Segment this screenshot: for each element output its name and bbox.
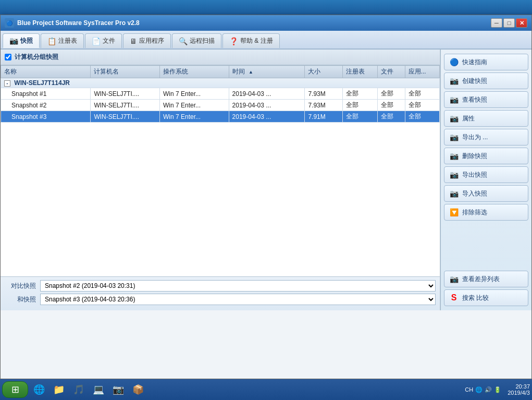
- close-button[interactable]: ✕: [516, 18, 527, 28]
- taskbar-ie-icon[interactable]: 🌐: [30, 381, 48, 398]
- group-checkbox-label: 计算机分组快照: [15, 53, 58, 62]
- view-snapshot-icon: 📷: [449, 94, 459, 105]
- table-row[interactable]: Snapshot #3 WIN-SELJ7TI.... Win 7 Enter.…: [1, 111, 440, 123]
- start-button[interactable]: ⊞: [2, 381, 28, 398]
- export-as-icon: 📷: [449, 132, 459, 142]
- filter-button[interactable]: 🔽 排除筛选: [444, 204, 528, 221]
- cell-apps: 全部: [405, 100, 439, 111]
- right-panel: 🔵 快速指南 📷 创建快照 📷 查看快照 📷 属性 📷 导出为 .: [440, 50, 531, 310]
- cell-size: 7.93M: [305, 100, 343, 111]
- snapshot-tab-label: 快照: [20, 37, 33, 45]
- taskbar-app-icon[interactable]: 📦: [129, 381, 147, 398]
- view-snapshot-button[interactable]: 📷 查看快照: [444, 91, 528, 108]
- col-header-name[interactable]: 名称: [1, 66, 91, 78]
- apps-tab-icon: 🖥: [130, 37, 137, 45]
- cell-time: 2019-04-03 ...: [229, 111, 305, 123]
- cell-name: Snapshot #2: [1, 100, 91, 111]
- cell-computer: WIN-SELJ7TI....: [91, 88, 160, 100]
- cell-name: Snapshot #3: [1, 111, 91, 123]
- taskbar-media-icon[interactable]: 🎵: [70, 381, 88, 398]
- cell-apps: 全部: [405, 111, 439, 123]
- help-tab-label: 帮助 & 注册: [240, 37, 273, 45]
- remote-tab-label: 远程扫描: [190, 37, 215, 45]
- apps-tab-label: 应用程序: [139, 37, 164, 45]
- tray-battery-icon: 🔋: [494, 386, 501, 393]
- filter-icon: 🔽: [449, 207, 459, 217]
- tab-help[interactable]: ❓ 帮助 & 注册: [222, 33, 280, 48]
- desktop-area: [0, 0, 532, 15]
- search-compare-icon: S: [449, 293, 459, 303]
- tray-network-icon: 🌐: [475, 386, 482, 393]
- clock-date: 2019/4/3: [508, 390, 530, 396]
- tab-registry[interactable]: 📋 注册表: [41, 33, 84, 48]
- snapshot-table-container: 名称 计算机名 操作系统 时间 ▲ 大小 注册表 文件 应用...: [1, 65, 440, 276]
- delete-snapshot-button[interactable]: 📷 删除快照: [444, 148, 528, 164]
- col-header-time[interactable]: 时间 ▲: [229, 66, 305, 78]
- view-diff-icon: 📷: [449, 274, 459, 284]
- search-compare-button[interactable]: S 搜索 比较: [444, 289, 528, 306]
- col-header-apps[interactable]: 应用...: [405, 66, 439, 78]
- taskbar-windows-icon[interactable]: 💻: [90, 381, 107, 398]
- col-header-size[interactable]: 大小: [305, 66, 343, 78]
- snapshot-tab-icon: 📷: [9, 37, 18, 45]
- cell-os: Win 7 Enter...: [159, 111, 229, 123]
- system-clock[interactable]: 20:37 2019/4/3: [508, 383, 530, 396]
- with-select[interactable]: Snapshot #3 (2019-04-03 20:36): [40, 294, 436, 305]
- table-row[interactable]: Snapshot #2 WIN-SELJ7TI.... Win 7 Enter.…: [1, 100, 440, 111]
- tab-remote[interactable]: 🔍 远程扫描: [172, 33, 221, 48]
- left-panel: 计算机分组快照 名称 计算机名 操作系统 时间 ▲: [1, 50, 440, 310]
- create-snapshot-button[interactable]: 📷 创建快照: [444, 72, 528, 89]
- table-row[interactable]: Snapshot #1 WIN-SELJ7TI.... Win 7 Enter.…: [1, 88, 440, 100]
- cell-time: 2019-04-03 ...: [229, 100, 305, 111]
- taskbar-folder-icon[interactable]: 📁: [50, 381, 68, 398]
- delete-snapshot-icon: 📷: [449, 151, 459, 161]
- cell-files: 全部: [377, 111, 405, 123]
- expand-icon[interactable]: -: [4, 80, 10, 87]
- tab-bar: 📷 快照 📋 注册表 📄 文件 🖥 应用程序 🔍 远程扫描 ❓ 帮助 & 注册: [1, 31, 531, 50]
- cell-name: Snapshot #1: [1, 88, 91, 100]
- col-header-registry[interactable]: 注册表: [343, 66, 377, 78]
- table-header-row: 名称 计算机名 操作系统 时间 ▲ 大小 注册表 文件 应用...: [1, 66, 440, 78]
- cell-registry: 全部: [343, 88, 377, 100]
- registry-tab-label: 注册表: [58, 37, 77, 45]
- cell-size: 7.91M: [305, 111, 343, 123]
- maximize-button[interactable]: □: [503, 18, 515, 28]
- with-label: 和快照: [5, 295, 36, 304]
- export-snapshot-button[interactable]: 📷 导出快照: [444, 166, 528, 183]
- quick-guide-button[interactable]: 🔵 快速指南: [444, 54, 528, 70]
- group-checkbox[interactable]: [5, 54, 11, 60]
- window-controls: ─ □ ✕: [491, 18, 527, 28]
- properties-icon: 📷: [449, 113, 459, 124]
- group-checkbox-bar: 计算机分组快照: [1, 50, 440, 65]
- tray-sound-icon: 🔊: [485, 386, 492, 393]
- with-row: 和快照 Snapshot #3 (2019-04-03 20:36): [5, 294, 436, 305]
- tab-apps[interactable]: 🖥 应用程序: [123, 33, 171, 48]
- minimize-button[interactable]: ─: [491, 18, 502, 28]
- view-diff-button[interactable]: 📷 查看差异列表: [444, 271, 528, 287]
- title-bar: 🔵 Blue Project Software SysTracer Pro v2…: [1, 15, 531, 31]
- tab-snapshot[interactable]: 📷 快照: [3, 33, 40, 48]
- sort-arrow-icon: ▲: [249, 69, 253, 75]
- cell-files: 全部: [377, 88, 405, 100]
- taskbar-camera-icon[interactable]: 📷: [109, 381, 127, 398]
- col-header-computer[interactable]: 计算机名: [91, 66, 160, 78]
- import-snapshot-button[interactable]: 📷 导入快照: [444, 185, 528, 202]
- cell-registry: 全部: [343, 100, 377, 111]
- import-snapshot-icon: 📷: [449, 188, 459, 199]
- export-as-button[interactable]: 📷 导出为 ...: [444, 129, 528, 146]
- files-tab-label: 文件: [103, 37, 115, 45]
- remote-tab-icon: 🔍: [179, 37, 188, 45]
- main-window: 🔵 Blue Project Software SysTracer Pro v2…: [0, 15, 532, 379]
- col-header-files[interactable]: 文件: [377, 66, 405, 78]
- table-group-row[interactable]: - WIN-SELJ7T114JR: [1, 78, 440, 88]
- cell-size: 7.93M: [305, 88, 343, 100]
- cell-os: Win 7 Enter...: [159, 100, 229, 111]
- col-header-os[interactable]: 操作系统: [159, 66, 229, 78]
- properties-button[interactable]: 📷 属性: [444, 110, 528, 127]
- cell-computer: WIN-SELJ7TI....: [91, 111, 160, 123]
- compare-select[interactable]: Snapshot #2 (2019-04-03 20:31): [40, 280, 436, 292]
- tray-lang: CH: [465, 386, 473, 393]
- snapshot-table: 名称 计算机名 操作系统 时间 ▲ 大小 注册表 文件 应用...: [1, 65, 440, 123]
- tab-files[interactable]: 📄 文件: [85, 33, 122, 48]
- registry-tab-icon: 📋: [47, 37, 56, 45]
